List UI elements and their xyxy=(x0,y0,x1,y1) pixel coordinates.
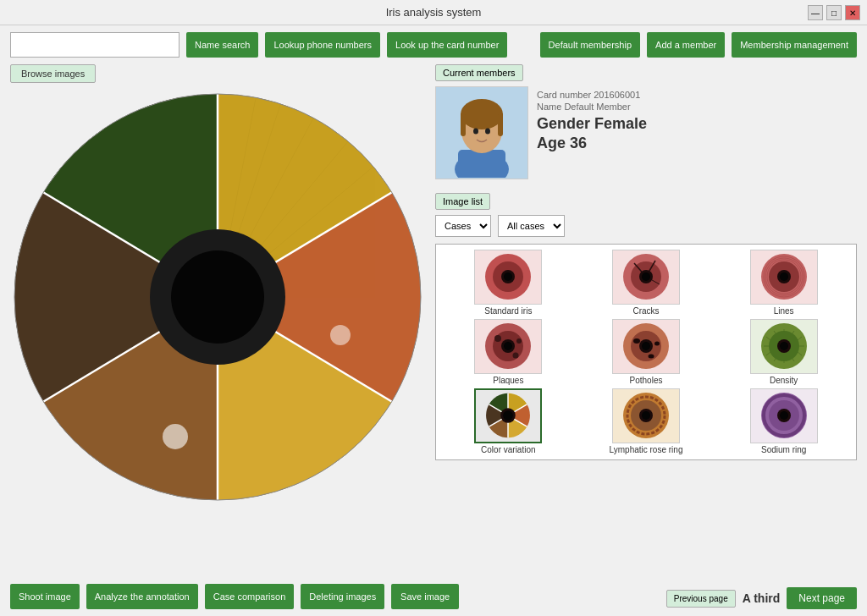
image-label: Lymphatic rose ring xyxy=(610,445,683,454)
svg-point-14 xyxy=(171,250,264,344)
image-label: Density xyxy=(770,376,798,385)
analyze-annotation-button[interactable]: Analyze the annotation xyxy=(86,584,198,609)
svg-point-51 xyxy=(494,335,501,342)
list-item[interactable]: Sodium ring xyxy=(716,388,851,454)
main-content: Name search Lookup phone numbers Look up… xyxy=(0,25,867,511)
svg-point-60 xyxy=(654,342,660,346)
list-item[interactable]: Cracks xyxy=(579,250,714,316)
list-item[interactable]: Standard iris xyxy=(441,250,576,316)
member-info-card: Card number 201606001 Name Default Membe… xyxy=(435,86,857,179)
top-toolbar: Name search Lookup phone numbers Look up… xyxy=(10,32,857,58)
member-avatar xyxy=(435,86,528,179)
svg-point-16 xyxy=(330,325,351,345)
svg-point-53 xyxy=(513,353,519,359)
list-item[interactable]: Plaques xyxy=(441,319,576,385)
image-label: Color variation xyxy=(481,445,535,454)
minimize-button[interactable]: — xyxy=(808,5,823,20)
name-search-button[interactable]: Name search xyxy=(186,32,258,58)
filter-row: Cases All cases xyxy=(435,215,857,237)
svg-point-25 xyxy=(473,128,478,134)
svg-point-80 xyxy=(780,342,788,350)
member-name: Name Default Member xyxy=(537,102,647,112)
list-item[interactable]: Lines xyxy=(716,250,851,316)
body-layout: Browse images xyxy=(10,64,857,504)
image-label: Lines xyxy=(774,306,794,316)
eye-container xyxy=(10,90,425,504)
close-button[interactable]: ✕ xyxy=(845,5,860,20)
member-gender: Gender Female xyxy=(537,115,647,133)
cases-filter[interactable]: Cases xyxy=(435,215,491,237)
save-image-button[interactable]: Save image xyxy=(391,584,459,609)
window-controls: — □ ✕ xyxy=(808,5,860,20)
svg-point-101 xyxy=(780,411,788,420)
image-label: Plaques xyxy=(493,376,523,385)
svg-rect-23 xyxy=(461,113,466,136)
svg-rect-20 xyxy=(458,150,505,175)
next-page-button[interactable]: Next page xyxy=(787,587,857,609)
svg-point-39 xyxy=(642,272,650,281)
image-grid: Standard iris xyxy=(435,244,857,460)
image-label: Cracks xyxy=(632,306,659,316)
current-members-label: Current members xyxy=(435,64,523,81)
list-item[interactable]: Color variation xyxy=(441,388,576,454)
deleting-images-button[interactable]: Deleting images xyxy=(301,584,384,609)
list-item[interactable]: Density xyxy=(716,319,851,385)
all-cases-filter[interactable]: All cases xyxy=(498,215,565,237)
svg-point-63 xyxy=(642,342,650,350)
shoot-image-button[interactable]: Shoot image xyxy=(10,584,80,609)
svg-point-95 xyxy=(642,411,650,420)
previous-page-button[interactable]: Previous page xyxy=(666,590,736,608)
left-panel: Browse images xyxy=(10,64,425,504)
svg-point-52 xyxy=(516,338,522,344)
svg-point-31 xyxy=(504,272,512,281)
browse-images-button[interactable]: Browse images xyxy=(10,64,96,83)
iris-visualization xyxy=(10,90,425,504)
add-member-button[interactable]: Add a member xyxy=(647,32,725,58)
lookup-card-button[interactable]: Look up the card number xyxy=(387,32,507,58)
svg-point-26 xyxy=(485,128,490,134)
image-list-label: Image list xyxy=(435,193,490,210)
right-panel: Current members xyxy=(435,64,857,504)
list-item[interactable]: Lymphatic rose ring xyxy=(579,388,714,454)
svg-point-22 xyxy=(461,99,503,129)
membership-management-button[interactable]: Membership management xyxy=(732,32,857,58)
lookup-phone-button[interactable]: Lookup phone numbers xyxy=(265,32,380,58)
title-bar: Iris analysis system — □ ✕ xyxy=(0,0,867,25)
search-input[interactable] xyxy=(10,32,179,58)
image-label: Potholes xyxy=(630,376,663,385)
case-comparison-button[interactable]: Case comparison xyxy=(205,584,295,609)
svg-rect-24 xyxy=(498,113,503,136)
default-membership-button[interactable]: Default membership xyxy=(540,32,640,58)
card-number: Card number 201606001 xyxy=(537,90,647,100)
image-label: Standard iris xyxy=(484,306,532,316)
restore-button[interactable]: □ xyxy=(826,5,842,20)
app-title: Iris analysis system xyxy=(386,6,482,19)
member-age: Age 36 xyxy=(537,135,647,152)
svg-point-89 xyxy=(503,410,513,421)
image-label: Sodium ring xyxy=(761,445,806,454)
svg-point-15 xyxy=(163,424,188,449)
member-details: Card number 201606001 Name Default Membe… xyxy=(537,86,647,179)
svg-point-61 xyxy=(648,355,654,359)
svg-point-47 xyxy=(780,272,788,281)
list-item[interactable]: Potholes xyxy=(579,319,714,385)
svg-point-59 xyxy=(633,338,640,344)
current-page-indicator: A third xyxy=(743,591,781,605)
svg-point-55 xyxy=(504,342,512,350)
